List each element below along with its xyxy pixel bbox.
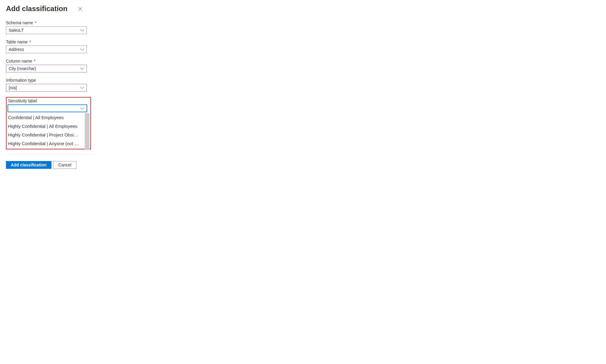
sensitivity-highlight: Sensitivity label Confidential | All Emp…: [6, 97, 91, 149]
required-indicator: *: [34, 59, 35, 63]
dropdown-option[interactable]: Confidential | All Employees: [7, 113, 81, 122]
column-name-field: Column name * City (nvarchar): [6, 59, 94, 72]
dropdown-option[interactable]: Highly Confidential | Anyone (not prote…: [7, 139, 81, 148]
schema-name-field: Schema name * SalesLT: [6, 20, 94, 34]
add-classification-button[interactable]: Add classification: [6, 161, 51, 169]
sensitivity-label-field: Sensitivity label Confidential | All Emp…: [7, 98, 90, 148]
required-indicator: *: [35, 20, 36, 25]
chevron-down-icon: [81, 28, 84, 32]
column-name-select[interactable]: City (nvarchar): [6, 65, 87, 72]
schema-name-select[interactable]: SalesLT: [6, 26, 87, 34]
information-type-value: [n/a]: [9, 85, 81, 90]
panel-footer: Add classification Cancel: [6, 155, 94, 169]
information-type-label: Information type: [6, 78, 94, 83]
chevron-down-icon: [81, 67, 84, 70]
chevron-down-icon: [81, 107, 84, 110]
column-name-value: City (nvarchar): [9, 66, 81, 71]
table-name-field: Table name * Address: [6, 40, 94, 53]
cancel-button[interactable]: Cancel: [53, 161, 77, 169]
panel-title: Add classification: [6, 4, 67, 13]
scrollbar[interactable]: [85, 113, 90, 150]
sensitivity-dropdown-list: Confidential | All Employees Highly Conf…: [7, 113, 90, 148]
schema-name-value: SalesLT: [9, 28, 81, 33]
table-name-value: Address: [9, 47, 81, 52]
column-name-label: Column name *: [6, 59, 94, 63]
required-indicator: *: [29, 40, 31, 44]
panel-header: Add classification: [6, 4, 94, 13]
sensitivity-label-select[interactable]: [7, 104, 87, 112]
table-name-label: Table name *: [6, 40, 94, 44]
information-type-field: Information type [n/a]: [6, 78, 94, 92]
close-icon[interactable]: [78, 6, 83, 11]
table-name-select[interactable]: Address: [6, 46, 87, 53]
chevron-down-icon: [81, 48, 84, 51]
add-classification-panel: Add classification Schema name * SalesLT…: [6, 4, 94, 169]
information-type-select[interactable]: [n/a]: [6, 84, 87, 92]
sensitivity-label-label: Sensitivity label: [8, 98, 90, 103]
dropdown-option[interactable]: Highly Confidential | All Employees: [7, 122, 81, 131]
chevron-down-icon: [81, 86, 84, 90]
schema-name-label: Schema name *: [6, 20, 94, 25]
dropdown-option[interactable]: Highly Confidential | Project Obsidian: [7, 131, 81, 139]
